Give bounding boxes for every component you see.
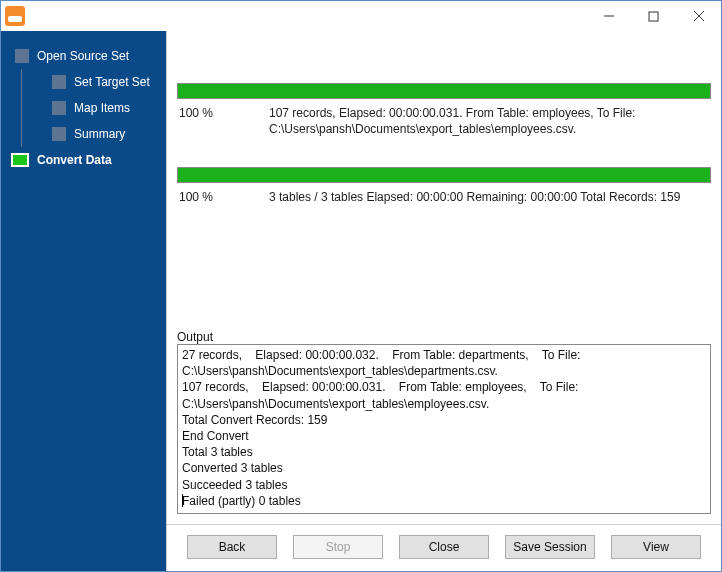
sidebar-item-label: Convert Data xyxy=(37,153,112,167)
progress-1-percent: 100 % xyxy=(179,105,249,137)
close-icon xyxy=(693,10,705,22)
main-panel: 100 % 107 records, Elapsed: 00:00:00.031… xyxy=(166,31,721,571)
wizard-sidebar: Open Source Set Set Target Set Map Items… xyxy=(1,31,166,571)
maximize-button[interactable] xyxy=(631,1,676,31)
progress-2-percent: 100 % xyxy=(179,189,249,205)
window-controls xyxy=(586,1,721,31)
sidebar-item-convert-data[interactable]: Convert Data xyxy=(1,147,166,173)
sidebar-item-label: Open Source Set xyxy=(37,49,129,63)
minimize-button[interactable] xyxy=(586,1,631,31)
sidebar-item-label: Map Items xyxy=(74,101,130,115)
app-icon xyxy=(5,6,25,26)
step-box-icon xyxy=(52,127,66,141)
progress-bar-1 xyxy=(177,83,711,99)
sidebar-item-set-target-set[interactable]: Set Target Set xyxy=(22,69,166,95)
view-button[interactable]: View xyxy=(611,535,701,559)
button-row: Back Stop Close Save Session View xyxy=(177,525,711,563)
minimize-icon xyxy=(603,10,615,22)
step-box-icon xyxy=(15,49,29,63)
progress-bar-2 xyxy=(177,167,711,183)
stop-button[interactable]: Stop xyxy=(293,535,383,559)
current-table-progress: 100 % 107 records, Elapsed: 00:00:00.031… xyxy=(177,83,711,137)
svg-rect-1 xyxy=(649,12,658,21)
close-window-button[interactable] xyxy=(676,1,721,31)
titlebar xyxy=(1,1,721,31)
close-button[interactable]: Close xyxy=(399,535,489,559)
overall-progress: 100 % 3 tables / 3 tables Elapsed: 00:00… xyxy=(177,167,711,205)
maximize-icon xyxy=(648,11,659,22)
output-label: Output xyxy=(177,330,711,344)
progress-2-details: 3 tables / 3 tables Elapsed: 00:00:00 Re… xyxy=(269,189,709,205)
progress-1-details: 107 records, Elapsed: 00:00:00.031. From… xyxy=(269,105,709,137)
sidebar-item-map-items[interactable]: Map Items xyxy=(22,95,166,121)
step-box-icon xyxy=(52,75,66,89)
back-button[interactable]: Back xyxy=(187,535,277,559)
sidebar-item-summary[interactable]: Summary xyxy=(22,121,166,147)
save-session-button[interactable]: Save Session xyxy=(505,535,595,559)
sidebar-item-label: Summary xyxy=(74,127,125,141)
sidebar-item-label: Set Target Set xyxy=(74,75,150,89)
step-box-active-icon xyxy=(11,153,29,167)
output-textarea[interactable]: 27 records, Elapsed: 00:00:00.032. From … xyxy=(177,344,711,514)
sidebar-item-open-source-set[interactable]: Open Source Set xyxy=(1,43,166,69)
step-box-icon xyxy=(52,101,66,115)
